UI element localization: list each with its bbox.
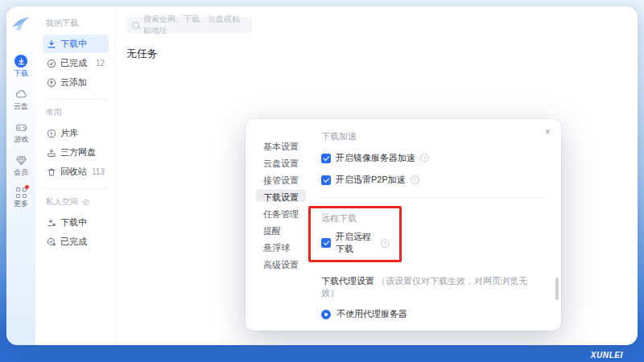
cloud-icon <box>15 88 27 101</box>
section-title-remote-download: 远程下载 <box>321 212 390 224</box>
xunlei-logo-icon <box>10 14 31 35</box>
sidebar-divider <box>44 188 107 189</box>
sidebar: 我的下载 下载中 已完成 12 云添加 常用 片库 三方网盘 回收站 113 <box>35 6 115 345</box>
sidebar-item-label: 已完成 <box>60 236 87 248</box>
sidebar-item-third-party-disk[interactable]: 三方网盘 <box>43 143 109 162</box>
radio-label: 不使用代理服务器 <box>336 308 407 320</box>
sidebar-item-recycle-bin[interactable]: 回收站 113 <box>43 162 109 181</box>
settings-menu-reminder[interactable]: 提醒 <box>256 223 288 236</box>
completed-count: 12 <box>96 59 105 68</box>
checkbox-mirror-accel[interactable] <box>321 154 331 163</box>
sidebar-divider <box>44 99 107 100</box>
download-circle-icon <box>14 55 27 68</box>
sidebar-section-my-downloads: 我的下载 <box>46 18 109 29</box>
dialog-scrollbar[interactable] <box>555 278 559 300</box>
recycle-count: 113 <box>92 167 105 176</box>
play-circle-icon <box>47 129 56 138</box>
settings-menu-download[interactable]: 下载设置 <box>256 189 306 202</box>
diamond-icon <box>15 154 27 167</box>
settings-menu-advanced[interactable]: 高级设置 <box>256 257 306 269</box>
check-circle-icon <box>47 59 56 68</box>
checkbox-label: 开启远程下载 <box>336 231 376 255</box>
checkbox-p2p-accel[interactable] <box>321 175 331 185</box>
help-icon[interactable]: ? <box>420 154 429 162</box>
section-title-proxy: 下载代理设置 （该设置仅对下载生效，对网页浏览无效） <box>321 275 545 299</box>
sidebar-section-common: 常用 <box>46 107 109 118</box>
empty-state-text: 无任务 <box>126 47 638 61</box>
settings-menu-tasks[interactable]: 任务管理 <box>256 206 306 219</box>
sidebar-item-movie-library[interactable]: 片库 <box>43 124 109 142</box>
radio-ie-proxy[interactable] <box>321 331 331 331</box>
rail-item-vip[interactable]: 会员 <box>14 154 28 176</box>
help-icon[interactable]: ? <box>381 239 390 248</box>
settings-menu-cloud[interactable]: 云盘设置 <box>256 155 306 168</box>
checkbox-remote-download[interactable] <box>321 238 331 248</box>
search-input[interactable]: 搜索全网、下载、云盘或粘贴地址 <box>126 17 252 33</box>
checkbox-row-p2p-accel: 开启迅雷P2P加速 ? <box>321 174 545 186</box>
rail-item-cloud-disk[interactable]: 云盘 <box>14 88 28 110</box>
search-placeholder: 搜索全网、下载、云盘或粘贴地址 <box>143 14 246 36</box>
notification-dot <box>25 185 29 189</box>
section-title-download-accel: 下载加速 <box>321 130 545 142</box>
settings-menu: 基本设置 云盘设置 接管设置 下载设置 任务管理 提醒 悬浮球 高级设置 <box>246 119 316 331</box>
settings-content: × 下载加速 开启镜像服务器加速 ? 开启迅雷P2P加速 ? 远程下载 开启远程… <box>316 119 561 331</box>
drive-download-icon <box>47 148 56 158</box>
gamepad-icon <box>15 121 27 134</box>
sidebar-item-label: 已完成 <box>60 57 87 69</box>
eye-icon[interactable] <box>81 198 90 207</box>
proxy-title: 下载代理设置 <box>321 276 374 286</box>
sidebar-item-label: 下载中 <box>60 216 87 228</box>
settings-menu-takeover[interactable]: 接管设置 <box>256 172 306 185</box>
close-icon[interactable]: × <box>544 126 551 137</box>
xunlei-wordmark: XUNLEI <box>591 351 623 360</box>
private-space-label: 私人空间 <box>46 196 78 208</box>
rail-label: 下载 <box>14 70 28 77</box>
sidebar-item-label: 回收站 <box>60 166 87 178</box>
checkbox-row-remote-download: 开启远程下载 ? <box>321 231 390 255</box>
download-lock-icon <box>47 218 56 228</box>
download-icon <box>47 39 56 49</box>
trash-icon <box>47 167 56 177</box>
sidebar-item-label: 下载中 <box>60 38 87 50</box>
sidebar-item-private-downloading[interactable]: 下载中 <box>43 213 109 232</box>
rail-label: 会员 <box>14 169 28 176</box>
radio-row-no-proxy[interactable]: 不使用代理服务器 <box>321 308 545 320</box>
rail-label: 云盘 <box>14 103 28 110</box>
remote-download-highlight-box: 远程下载 开启远程下载 ? <box>308 206 402 262</box>
help-icon[interactable]: ? <box>411 175 419 184</box>
rail-label: 游戏 <box>14 136 28 143</box>
section-divider <box>321 197 545 198</box>
sidebar-section-private-space: 私人空间 <box>46 196 109 208</box>
sidebar-item-downloading[interactable]: 下载中 <box>43 35 109 53</box>
checkbox-row-mirror-accel: 开启镜像服务器加速 ? <box>321 152 545 164</box>
rail-item-download[interactable]: 下载 <box>14 55 28 77</box>
rail-label: 更多 <box>14 200 28 208</box>
settings-menu-basic[interactable]: 基本设置 <box>256 138 306 151</box>
more-grid-icon <box>16 187 27 198</box>
radio-no-proxy[interactable] <box>321 310 331 319</box>
sidebar-item-label: 三方网盘 <box>60 146 96 158</box>
rail-item-more[interactable]: 更多 <box>14 187 28 208</box>
cloud-add-icon <box>47 78 56 88</box>
checkbox-label: 开启迅雷P2P加速 <box>336 174 406 186</box>
settings-menu-float-ball[interactable]: 悬浮球 <box>256 240 297 253</box>
settings-dialog: 基本设置 云盘设置 接管设置 下载设置 任务管理 提醒 悬浮球 高级设置 × 下… <box>246 119 561 331</box>
sidebar-item-label: 云添加 <box>60 76 87 88</box>
rail-item-games[interactable]: 游戏 <box>14 121 28 143</box>
checkbox-label: 开启镜像服务器加速 <box>336 152 415 164</box>
check-lock-icon <box>47 237 56 247</box>
radio-label: 使用IE代理服务器 <box>336 329 407 331</box>
search-icon <box>132 22 139 29</box>
radio-row-ie-proxy[interactable]: 使用IE代理服务器 <box>321 329 545 331</box>
app-window: 下载 云盘 游戏 会员 更多 我的下载 下载中 已完 <box>6 6 638 345</box>
sidebar-item-completed[interactable]: 已完成 12 <box>43 54 109 72</box>
sidebar-item-label: 片库 <box>60 127 78 139</box>
sidebar-item-private-completed[interactable]: 已完成 <box>43 232 109 251</box>
left-rail: 下载 云盘 游戏 会员 更多 <box>6 6 35 345</box>
sidebar-item-cloud-add[interactable]: 云添加 <box>43 73 109 92</box>
